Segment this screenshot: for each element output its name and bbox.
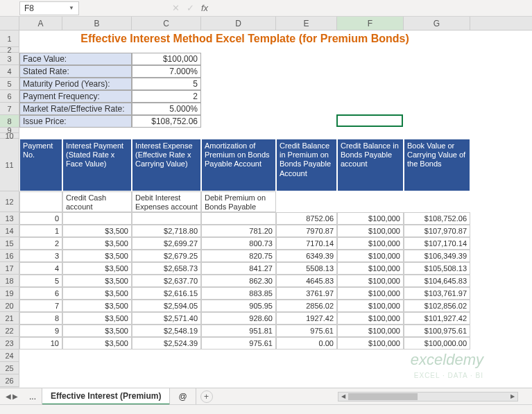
- cell-B19[interactable]: $3,500: [62, 287, 132, 300]
- cell-F15[interactable]: $100,000: [337, 237, 404, 250]
- row-header-18[interactable]: 18: [0, 275, 19, 287]
- col-header-A[interactable]: A: [19, 17, 62, 30]
- cell-A7[interactable]: Market Rate/Effective Rate:: [19, 103, 132, 115]
- cell-A18[interactable]: 5: [19, 275, 62, 287]
- cell-C5[interactable]: 5: [132, 78, 201, 90]
- cell-E18[interactable]: 4645.83: [276, 275, 337, 287]
- row-header-14[interactable]: 14: [0, 225, 19, 237]
- cell-B11[interactable]: Interest Payment (Stated Rate x Face Val…: [62, 139, 132, 191]
- cell-A14[interactable]: 1: [19, 225, 62, 237]
- row-header-12[interactable]: 12: [0, 191, 19, 212]
- cell-D17[interactable]: 841.27: [201, 262, 276, 275]
- cell-C18[interactable]: $2,637.70: [132, 275, 201, 287]
- cell-C4[interactable]: 7.000%: [132, 65, 201, 78]
- cell-C7[interactable]: 5.000%: [132, 103, 201, 115]
- cell-B16[interactable]: $3,500: [62, 250, 132, 262]
- cell-D13[interactable]: [201, 212, 276, 225]
- row-header-3[interactable]: 3: [0, 53, 19, 65]
- cell-F20[interactable]: $100,000: [337, 300, 404, 312]
- row-header-25[interactable]: 25: [0, 362, 19, 374]
- cell-D23[interactable]: 975.61: [201, 337, 276, 350]
- cell-G22[interactable]: $100,975.61: [404, 325, 470, 337]
- row-header-2[interactable]: 2: [0, 47, 19, 53]
- cell-C8[interactable]: $108,752.06: [132, 115, 201, 128]
- col-header-F[interactable]: F: [337, 17, 404, 30]
- cell-G23[interactable]: $100,000.00: [404, 337, 470, 350]
- cell-C21[interactable]: $2,571.40: [132, 312, 201, 325]
- cell-A5[interactable]: Maturity Period (Years):: [19, 78, 132, 90]
- cell-A6[interactable]: Payment Frequency:: [19, 90, 132, 103]
- row-header-16[interactable]: 16: [0, 250, 19, 262]
- row-header-15[interactable]: 15: [0, 237, 19, 250]
- cell-D15[interactable]: 800.73: [201, 237, 276, 250]
- cell-E19[interactable]: 3761.97: [276, 287, 337, 300]
- cell-B13[interactable]: [62, 212, 132, 225]
- cell-G15[interactable]: $107,170.14: [404, 237, 470, 250]
- cell-B20[interactable]: $3,500: [62, 300, 132, 312]
- horizontal-scrollbar[interactable]: ◀ ▶: [338, 392, 518, 402]
- cell-A8[interactable]: Issue Price:: [19, 115, 132, 128]
- cell-A21[interactable]: 8: [19, 312, 62, 325]
- cell-F16[interactable]: $100,000: [337, 250, 404, 262]
- cell-A17[interactable]: 4: [19, 262, 62, 275]
- row-header-24[interactable]: 24: [0, 350, 19, 362]
- cell-A15[interactable]: 2: [19, 237, 62, 250]
- cell-G18[interactable]: $104,645.83: [404, 275, 470, 287]
- cell-B23[interactable]: $3,500: [62, 337, 132, 350]
- cell-A19[interactable]: 6: [19, 287, 62, 300]
- cell-A20[interactable]: 7: [19, 300, 62, 312]
- cell-A12[interactable]: [19, 191, 62, 212]
- cell-B15[interactable]: $3,500: [62, 237, 132, 250]
- cell-G14[interactable]: $107,970.87: [404, 225, 470, 237]
- tab-nav-next-icon[interactable]: ▶: [12, 393, 18, 400]
- cell-G11[interactable]: Book Value or Carrying Value of the Bond…: [404, 139, 470, 191]
- row-header-19[interactable]: 19: [0, 287, 19, 300]
- col-header-E[interactable]: E: [276, 17, 337, 30]
- cell-C11[interactable]: Interest Expense (Effective Rate x Carry…: [132, 139, 201, 191]
- name-box[interactable]: F8 ▼: [19, 1, 79, 15]
- row-header-11[interactable]: 11: [0, 139, 19, 191]
- tab-nav-prev-icon[interactable]: ◀: [6, 393, 11, 400]
- scroll-left-icon[interactable]: ◀: [338, 393, 348, 401]
- cell-F23[interactable]: $100,000: [337, 337, 404, 350]
- cell-C12[interactable]: Debit Interest Expenses account: [132, 191, 201, 212]
- row-header-7[interactable]: 7: [0, 103, 19, 115]
- cell-E16[interactable]: 6349.39: [276, 250, 337, 262]
- row-header-6[interactable]: 6: [0, 90, 19, 103]
- col-header-B[interactable]: B: [62, 17, 132, 30]
- cell-G19[interactable]: $103,761.97: [404, 287, 470, 300]
- cell-A11[interactable]: Payment No.: [19, 139, 62, 191]
- select-all-corner[interactable]: [0, 17, 19, 30]
- cell-D20[interactable]: 905.95: [201, 300, 276, 312]
- cell-F11[interactable]: Credit Balance in Bonds Payable account: [337, 139, 404, 191]
- cell-C6[interactable]: 2: [132, 90, 201, 103]
- tab-active[interactable]: Effective Interest (Premium): [42, 388, 170, 405]
- row-header-13[interactable]: 13: [0, 212, 19, 225]
- cell-E11[interactable]: Credit Balance in Premium on Bonds Payab…: [276, 139, 337, 191]
- cell-F22[interactable]: $100,000: [337, 325, 404, 337]
- cell-D11[interactable]: Amortization of Premium on Bonds Payable…: [201, 139, 276, 191]
- cell-E20[interactable]: 2856.02: [276, 300, 337, 312]
- row-header-5[interactable]: 5: [0, 78, 19, 90]
- col-header-D[interactable]: D: [201, 17, 276, 30]
- cell-C16[interactable]: $2,679.25: [132, 250, 201, 262]
- col-header-C[interactable]: C: [132, 17, 201, 30]
- cell-D14[interactable]: 781.20: [201, 225, 276, 237]
- row-header-23[interactable]: 23: [0, 337, 19, 350]
- cell-B18[interactable]: $3,500: [62, 275, 132, 287]
- cell-D16[interactable]: 820.75: [201, 250, 276, 262]
- cell-E23[interactable]: 0.00: [276, 337, 337, 350]
- cell-E22[interactable]: 975.61: [276, 325, 337, 337]
- cell-G21[interactable]: $101,927.42: [404, 312, 470, 325]
- cell-G20[interactable]: $102,856.02: [404, 300, 470, 312]
- cell-F17[interactable]: $100,000: [337, 262, 404, 275]
- cell-C17[interactable]: $2,658.73: [132, 262, 201, 275]
- cell-A22[interactable]: 9: [19, 325, 62, 337]
- cell-G13[interactable]: $108,752.06: [404, 212, 470, 225]
- cell-B12[interactable]: Credit Cash account: [62, 191, 132, 212]
- cell-E14[interactable]: 7970.87: [276, 225, 337, 237]
- name-box-dropdown-icon[interactable]: ▼: [69, 5, 74, 11]
- cell-F14[interactable]: $100,000: [337, 225, 404, 237]
- cell-B17[interactable]: $3,500: [62, 262, 132, 275]
- cell-F13[interactable]: $100,000: [337, 212, 404, 225]
